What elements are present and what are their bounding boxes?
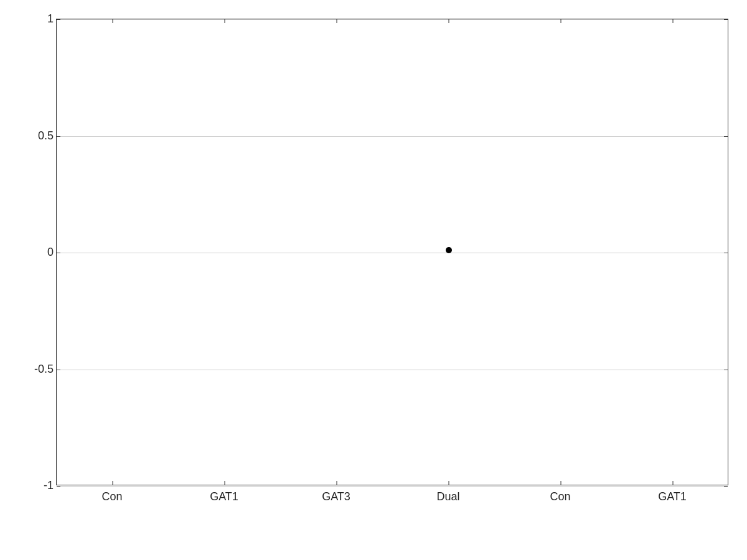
x-tick-label: GAT1 [210,490,238,503]
x-tick-label: Con [550,490,570,503]
x-tick-label: Dual [436,490,459,503]
y-tick-label: 1 [47,12,54,26]
x-tick-label: GAT1 [658,490,687,503]
y-tick-label: 0.5 [38,129,54,142]
data-point [446,247,452,253]
x-tick-label: GAT3 [322,490,350,503]
chart-area [56,19,728,485]
y-tick-label: -0.5 [34,362,54,375]
y-tick-label: -1 [44,479,54,492]
x-tick-label: Con [101,490,122,503]
y-tick-label: 0 [47,246,54,259]
chart-container: ConGAT1GAT3DualConGAT1 10.50-0.5-1 [0,0,747,560]
